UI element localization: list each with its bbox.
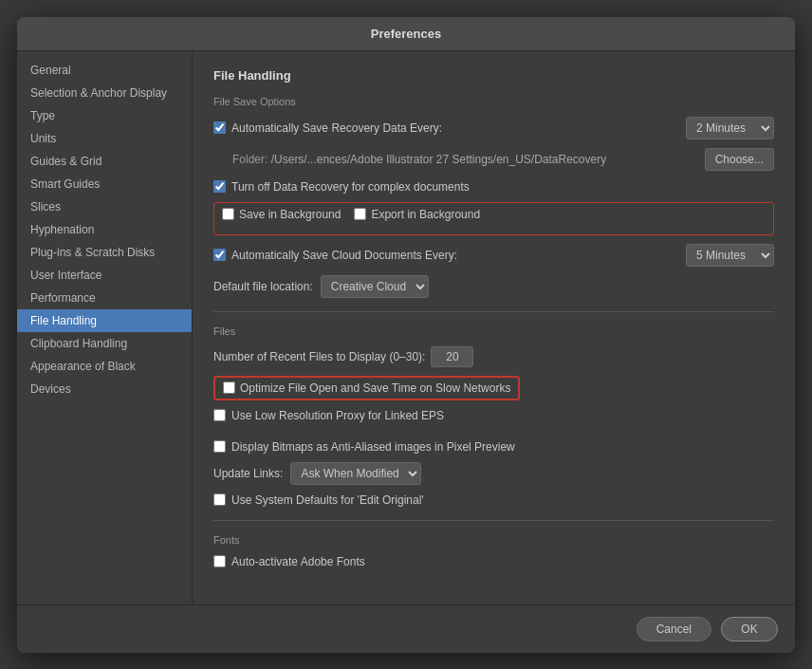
folder-label: Folder: — [232, 153, 268, 166]
recent-files-input[interactable] — [431, 346, 473, 367]
files-title: Files — [213, 325, 774, 337]
turn-off-row: Turn off Data Recovery for complex docum… — [213, 180, 774, 194]
sidebar-item[interactable]: Selection & Anchor Display — [17, 82, 192, 104]
sidebar-item[interactable]: File Handling — [17, 309, 192, 332]
divider-1 — [213, 311, 774, 312]
save-background-checkbox[interactable] — [222, 208, 234, 220]
turn-off-label[interactable]: Turn off Data Recovery for complex docum… — [213, 180, 470, 194]
use-system-defaults-label[interactable]: Use System Defaults for 'Edit Original' — [213, 493, 424, 507]
sidebar-item[interactable]: Units — [17, 127, 192, 150]
sidebar-item[interactable]: Slices — [17, 195, 192, 218]
display-bitmaps-checkbox[interactable] — [213, 440, 226, 453]
update-links-label: Update Links: — [213, 467, 283, 480]
cancel-button[interactable]: Cancel — [637, 617, 711, 641]
sidebar-item[interactable]: Devices — [17, 378, 192, 400]
auto-save-dropdown[interactable]: 2 Minutes 5 Minutes 10 Minutes — [686, 117, 774, 139]
low-res-label[interactable]: Use Low Resolution Proxy for Linked EPS — [213, 409, 444, 422]
sidebar-item[interactable]: Hyphenation — [17, 218, 192, 241]
update-links-row: Update Links: Ask When Modified Automati… — [213, 462, 774, 485]
sidebar-item[interactable]: General — [17, 59, 192, 82]
sidebar-item[interactable]: User Interface — [17, 264, 192, 287]
background-checkboxes: Save in Background Export in Background — [222, 208, 766, 221]
auto-save-label[interactable]: Automatically Save Recovery Data Every: — [231, 121, 442, 135]
default-location-row: Default file location: Creative Cloud Lo… — [213, 275, 774, 298]
sidebar-item[interactable]: Performance — [17, 287, 192, 309]
low-res-checkbox[interactable] — [213, 409, 226, 421]
default-location-label: Default file location: — [213, 280, 313, 293]
auto-save-row: Automatically Save Recovery Data Every: … — [213, 117, 774, 139]
sidebar: GeneralSelection & Anchor DisplayTypeUni… — [17, 51, 193, 604]
choose-button[interactable]: Choose... — [705, 148, 774, 171]
folder-row: Folder: /Users/...ences/Adobe Illustrato… — [213, 148, 774, 171]
export-background-checkbox[interactable] — [354, 208, 366, 220]
divider-2 — [213, 520, 774, 521]
auto-activate-row: Auto-activate Adobe Fonts — [213, 555, 774, 568]
use-system-defaults-checkbox[interactable] — [213, 493, 226, 506]
dialog-footer: Cancel OK — [17, 604, 795, 653]
display-bitmaps-label[interactable]: Display Bitmaps as Anti-Aliased images i… — [213, 440, 515, 454]
content-panel: File Handling File Save Options Automati… — [193, 51, 795, 604]
use-system-defaults-row: Use System Defaults for 'Edit Original' — [213, 493, 774, 507]
sidebar-item[interactable]: Type — [17, 104, 192, 127]
update-links-dropdown[interactable]: Ask When Modified Automatically Manually — [290, 462, 421, 485]
display-bitmaps-row: Display Bitmaps as Anti-Aliased images i… — [213, 440, 774, 454]
auto-cloud-checkbox[interactable] — [213, 249, 226, 261]
auto-cloud-label[interactable]: Automatically Save Cloud Documents Every… — [231, 249, 457, 262]
sidebar-item[interactable]: Smart Guides — [17, 173, 192, 195]
default-location-dropdown[interactable]: Creative Cloud Local — [321, 275, 429, 298]
save-background-label[interactable]: Save in Background — [222, 208, 341, 221]
auto-activate-label[interactable]: Auto-activate Adobe Fonts — [213, 555, 365, 568]
recent-files-row: Number of Recent Files to Display (0–30)… — [213, 346, 774, 367]
auto-save-left: Automatically Save Recovery Data Every: — [213, 121, 442, 135]
auto-activate-checkbox[interactable] — [213, 555, 226, 567]
auto-save-checkbox[interactable] — [213, 121, 226, 134]
auto-cloud-row: Automatically Save Cloud Documents Every… — [213, 244, 774, 267]
sidebar-item[interactable]: Plug-ins & Scratch Disks — [17, 241, 192, 264]
auto-cloud-left: Automatically Save Cloud Documents Every… — [213, 249, 457, 262]
dialog-body: GeneralSelection & Anchor DisplayTypeUni… — [17, 51, 795, 604]
folder-path: /Users/...ences/Adobe Illustrator 27 Set… — [271, 153, 607, 166]
sidebar-item[interactable]: Clipboard Handling — [17, 332, 192, 355]
recent-files-label: Number of Recent Files to Display (0–30)… — [213, 350, 425, 363]
file-save-options-title: File Save Options — [213, 96, 774, 107]
ok-button[interactable]: OK — [721, 617, 778, 641]
sidebar-item[interactable]: Guides & Grid — [17, 150, 192, 173]
low-res-row: Use Low Resolution Proxy for Linked EPS — [213, 409, 774, 422]
section-title: File Handling — [213, 68, 774, 83]
dialog-title: Preferences — [17, 17, 795, 51]
optimize-box: Optimize File Open and Save Time on Slow… — [213, 376, 520, 400]
turn-off-checkbox[interactable] — [213, 180, 226, 193]
optimize-label[interactable]: Optimize File Open and Save Time on Slow… — [223, 381, 510, 395]
optimize-checkbox[interactable] — [223, 381, 235, 394]
folder-info: Folder: /Users/...ences/Adobe Illustrato… — [232, 153, 606, 166]
sidebar-item[interactable]: Appearance of Black — [17, 355, 192, 378]
fonts-title: Fonts — [213, 534, 774, 546]
background-options-box: Save in Background Export in Background — [213, 202, 774, 235]
export-background-label[interactable]: Export in Background — [354, 208, 480, 221]
auto-cloud-dropdown[interactable]: 5 Minutes 2 Minutes 10 Minutes — [686, 244, 774, 267]
preferences-dialog: Preferences GeneralSelection & Anchor Di… — [17, 17, 795, 653]
